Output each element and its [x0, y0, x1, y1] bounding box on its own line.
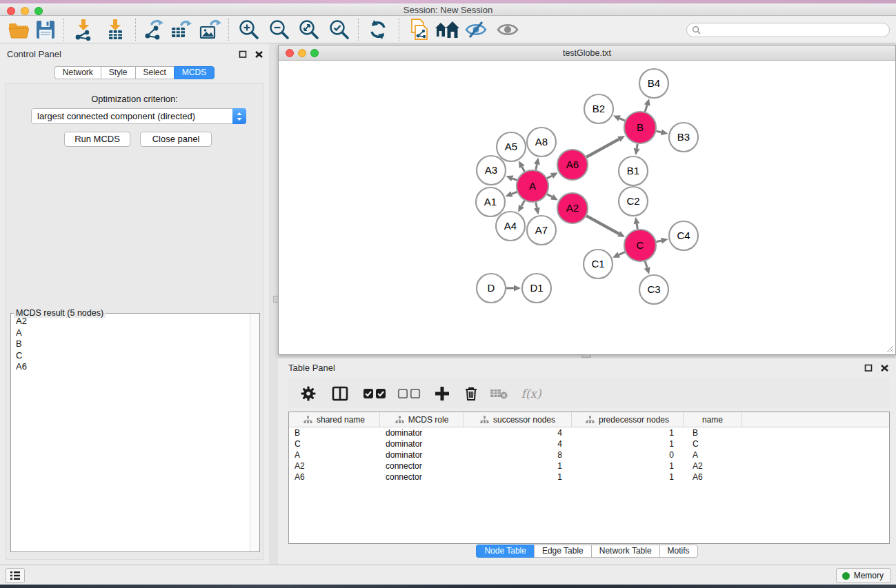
cell-predecessor-nodes[interactable]: 1 — [572, 472, 684, 483]
edge-C-C4[interactable] — [656, 241, 661, 242]
zoom-out-icon[interactable] — [267, 18, 292, 41]
open-folder-icon[interactable] — [6, 18, 31, 41]
result-list-scrollbar[interactable] — [250, 314, 259, 551]
edge-C-C3[interactable] — [645, 261, 647, 268]
table-row[interactable]: Adominator80A — [289, 449, 889, 460]
table-row[interactable]: A2connector11A2 — [289, 460, 889, 472]
edge-A-A8[interactable] — [536, 164, 537, 170]
optimization-criterion-select[interactable]: largest connected component (directed) — [31, 108, 246, 124]
column-header-successor-nodes[interactable]: successor nodes — [464, 412, 572, 427]
cell-name[interactable]: A — [684, 449, 742, 460]
home-icon[interactable] — [435, 18, 459, 41]
cell-successor-nodes[interactable]: 1 — [464, 472, 572, 483]
split-columns-icon[interactable] — [331, 385, 349, 403]
table-row[interactable]: A6connector11A6 — [289, 472, 889, 483]
network-canvas[interactable]: B4B2BB3A8A5A6A3B1AA1C2A2A4A7C4CC1C3DD1 — [279, 61, 895, 354]
edge-B-B3[interactable] — [656, 131, 661, 132]
cell-name[interactable]: C — [684, 438, 742, 449]
refresh-icon[interactable] — [366, 18, 390, 41]
node-table[interactable]: shared nameMCDS rolesuccessor nodesprede… — [288, 412, 890, 544]
task-history-button[interactable] — [6, 568, 25, 583]
result-list-item[interactable]: A6 — [11, 361, 250, 373]
edge-A6-B[interactable] — [586, 139, 619, 157]
result-list-item[interactable]: A — [11, 327, 250, 339]
import-table-icon[interactable] — [103, 18, 128, 41]
deselect-all-columns-icon[interactable] — [396, 385, 422, 403]
import-network-icon[interactable] — [71, 18, 96, 41]
zoom-fit-icon[interactable] — [297, 18, 321, 41]
tab-edge-table[interactable]: Edge Table — [534, 545, 591, 558]
cell-MCDS-role[interactable]: dominator — [380, 449, 464, 460]
column-header-shared-name[interactable]: shared name — [289, 412, 380, 427]
result-list-item[interactable]: C — [11, 350, 250, 362]
edge-C-C2[interactable] — [637, 224, 637, 230]
edge-A-A3[interactable] — [512, 179, 517, 181]
gear-icon[interactable] — [299, 385, 317, 403]
cell-successor-nodes[interactable]: 4 — [464, 438, 572, 449]
network-document-icon[interactable] — [407, 18, 432, 41]
zoom-in-icon[interactable] — [237, 18, 261, 41]
edge-A2-C[interactable] — [586, 216, 619, 234]
tab-mcds[interactable]: MCDS — [174, 66, 215, 79]
network-graph[interactable]: B4B2BB3A8A5A6A3B1AA1C2A2A4A7C4CC1C3DD1 — [279, 61, 895, 354]
edge-B-B2[interactable] — [619, 119, 625, 121]
cell-successor-nodes[interactable]: 1 — [464, 460, 572, 472]
close-panel-button[interactable]: Close panel — [140, 132, 212, 147]
column-header-MCDS-role[interactable]: MCDS role — [380, 412, 464, 427]
show-details-icon[interactable] — [495, 18, 520, 41]
edge-A-A2[interactable] — [547, 194, 552, 197]
close-panel-icon[interactable] — [255, 50, 263, 59]
edge-A-A4[interactable] — [521, 201, 524, 206]
cell-MCDS-role[interactable]: dominator — [380, 438, 464, 449]
column-header-predecessor-nodes[interactable]: predecessor nodes — [572, 412, 684, 427]
edge-A-A7[interactable] — [536, 203, 537, 208]
table-row[interactable]: Bdominator41B — [289, 427, 889, 438]
cell-shared-name[interactable]: C — [289, 438, 380, 449]
window-resize-grip[interactable] — [886, 345, 894, 353]
cell-name[interactable]: A6 — [684, 472, 742, 483]
edge-B-B4[interactable] — [645, 105, 647, 112]
table-row[interactable]: Cdominator41C — [289, 438, 889, 449]
save-session-icon[interactable] — [33, 18, 58, 41]
cell-predecessor-nodes[interactable]: 0 — [572, 449, 684, 460]
edge-A-A5[interactable] — [522, 167, 525, 172]
tab-style[interactable]: Style — [101, 66, 135, 79]
hide-details-icon[interactable] — [464, 18, 488, 41]
tab-network-table[interactable]: Network Table — [591, 545, 659, 558]
cell-name[interactable]: A2 — [684, 460, 742, 472]
cell-shared-name[interactable]: B — [289, 427, 380, 438]
float-panel-icon[interactable] — [864, 364, 873, 372]
tab-node-table[interactable]: Node Table — [476, 545, 534, 558]
edge-C-C1[interactable] — [619, 252, 625, 255]
cell-predecessor-nodes[interactable]: 1 — [572, 438, 684, 449]
edge-A-A1[interactable] — [512, 192, 517, 194]
export-table-icon[interactable] — [168, 18, 193, 41]
cell-name[interactable]: B — [684, 427, 742, 438]
search-field[interactable] — [686, 23, 890, 37]
cell-predecessor-nodes[interactable]: 1 — [572, 460, 684, 472]
cell-shared-name[interactable]: A2 — [289, 460, 380, 472]
mcds-result-list[interactable]: A2ABCA6 — [11, 314, 250, 551]
close-panel-icon[interactable] — [880, 364, 889, 372]
search-input[interactable] — [704, 26, 889, 35]
select-all-columns-icon[interactable] — [361, 385, 388, 403]
delete-column-icon[interactable] — [462, 385, 480, 403]
memory-button[interactable]: Memory — [836, 568, 891, 583]
tab-select[interactable]: Select — [135, 66, 174, 79]
cell-successor-nodes[interactable]: 8 — [464, 449, 572, 460]
edge-B-B1[interactable] — [637, 144, 637, 149]
run-mcds-button[interactable]: Run MCDS — [64, 132, 130, 147]
zoom-selected-icon[interactable] — [327, 18, 352, 41]
add-column-icon[interactable] — [433, 385, 451, 403]
edge-A-A6[interactable] — [547, 176, 552, 179]
cell-MCDS-role[interactable]: connector — [380, 472, 464, 483]
cell-shared-name[interactable]: A6 — [289, 472, 380, 483]
cell-shared-name[interactable]: A — [289, 449, 380, 460]
cell-MCDS-role[interactable]: dominator — [380, 427, 464, 438]
float-panel-icon[interactable] — [239, 50, 248, 59]
column-header-name[interactable]: name — [684, 412, 742, 427]
export-network-icon[interactable] — [141, 18, 166, 41]
cell-predecessor-nodes[interactable]: 1 — [572, 427, 684, 438]
cell-MCDS-role[interactable]: connector — [380, 460, 464, 472]
tab-motifs[interactable]: Motifs — [659, 545, 698, 558]
